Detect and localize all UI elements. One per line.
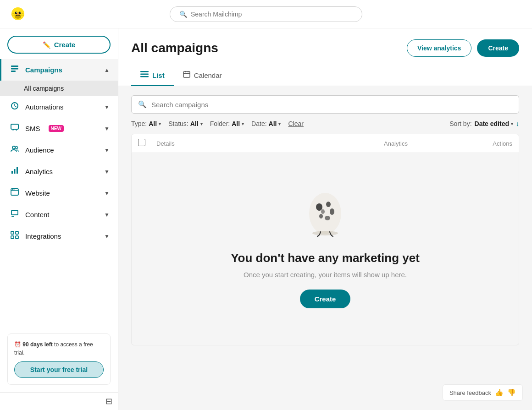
audience-icon <box>10 144 20 156</box>
svg-rect-25 <box>11 231 14 234</box>
status-filter-label: Status: <box>168 120 188 127</box>
sort-direction-icon[interactable]: ↓ <box>516 120 519 127</box>
svg-rect-28 <box>16 236 18 239</box>
select-all-input[interactable] <box>138 139 145 146</box>
svg-point-5 <box>20 12 21 13</box>
date-chevron-icon: ▾ <box>278 121 281 126</box>
view-analytics-button[interactable]: View analytics <box>407 39 471 57</box>
col-actions-header: Actions <box>476 140 512 147</box>
campaigns-search-row[interactable]: 🔍 <box>131 95 519 114</box>
campaigns-search-input[interactable] <box>151 101 512 109</box>
sort-by-button[interactable]: Date edited ▾ <box>475 120 513 127</box>
start-free-trial-button[interactable]: Start your free trial <box>14 361 104 378</box>
analytics-chevron: ▼ <box>104 169 110 175</box>
sidebar-subitem-all-campaigns[interactable]: All campaigns <box>0 81 118 96</box>
tab-calendar-label: Calendar <box>194 71 222 79</box>
list-tab-icon <box>140 71 149 79</box>
trial-clock-icon: ⏰ <box>14 341 21 348</box>
select-all-checkbox[interactable] <box>138 139 153 148</box>
tab-list[interactable]: List <box>131 66 174 86</box>
body-layout: ✏️ Create Campaigns ▲ All <box>0 28 532 410</box>
global-search[interactable]: 🔍 <box>170 6 362 22</box>
empty-state-title: You don't have any marketing yet <box>231 251 420 265</box>
automations-label: Automations <box>25 103 63 111</box>
sidebar-item-campaigns[interactable]: Campaigns ▲ <box>0 59 118 81</box>
svg-point-4 <box>16 12 17 13</box>
folder-filter-value: All <box>232 120 240 127</box>
audience-chevron: ▼ <box>104 147 110 153</box>
search-icon: 🔍 <box>179 11 187 18</box>
empty-state-illustration <box>300 180 350 240</box>
svg-rect-16 <box>11 171 13 174</box>
svg-point-6 <box>17 13 19 15</box>
top-header: 🔍 <box>0 0 532 28</box>
svg-rect-18 <box>17 167 18 174</box>
integrations-chevron: ▼ <box>104 233 110 240</box>
type-filter-value: All <box>149 120 157 127</box>
svg-rect-30 <box>140 74 149 75</box>
pencil-icon: ✏️ <box>43 41 50 49</box>
trial-banner: ⏰ 90 days left to access a free trial. S… <box>7 333 111 385</box>
svg-rect-17 <box>14 169 16 174</box>
campaigns-search-icon: 🔍 <box>138 100 147 109</box>
sidebar-item-analytics[interactable]: Analytics ▼ <box>0 161 118 182</box>
campaigns-chevron: ▲ <box>104 67 110 73</box>
svg-point-42 <box>321 209 325 214</box>
svg-rect-24 <box>11 216 14 217</box>
table-header: Details Analytics Actions <box>131 134 519 153</box>
empty-state-create-button[interactable]: Create <box>300 290 351 308</box>
clear-filters-button[interactable]: Clear <box>288 120 303 127</box>
main-content: All campaigns View analytics Create List <box>118 28 532 410</box>
share-feedback[interactable]: Share feedback 👍 👎 <box>443 384 523 401</box>
sidebar-item-automations[interactable]: Automations ▼ <box>0 96 118 118</box>
svg-point-40 <box>319 214 323 219</box>
col-details-header: Details <box>153 140 316 147</box>
sort-chevron-icon: ▾ <box>511 121 513 126</box>
svg-rect-13 <box>11 124 18 129</box>
empty-state-subtitle: Once you start creating, your items will… <box>244 271 407 279</box>
automations-icon <box>10 101 20 113</box>
folder-chevron-icon: ▾ <box>242 121 244 126</box>
sidebar-item-integrations[interactable]: Integrations ▼ <box>0 225 118 247</box>
sidebar-item-website[interactable]: Website ▼ <box>0 182 118 204</box>
content-icon <box>10 209 20 220</box>
date-filter[interactable]: Date: All ▾ <box>251 120 281 127</box>
audience-label: Audience <box>25 146 54 154</box>
folder-filter[interactable]: Folder: All ▾ <box>210 120 244 127</box>
status-filter[interactable]: Status: All ▾ <box>168 120 202 127</box>
svg-point-43 <box>312 231 338 235</box>
website-chevron: ▼ <box>104 190 110 197</box>
sidebar-collapse-button[interactable]: ⊟ <box>105 396 112 406</box>
type-filter[interactable]: Type: All ▾ <box>131 120 161 127</box>
date-filter-label: Date: <box>251 120 266 127</box>
sidebar-item-content[interactable]: Content ▼ <box>0 204 118 225</box>
mailchimp-logo[interactable] <box>9 5 27 23</box>
svg-rect-32 <box>183 71 190 77</box>
sort-area: Sort by: Date edited ▾ ↓ <box>449 120 519 127</box>
sidebar-item-audience[interactable]: Audience ▼ <box>0 139 118 161</box>
type-chevron-icon: ▾ <box>159 121 161 126</box>
page-title: All campaigns <box>131 41 218 55</box>
folder-filter-label: Folder: <box>210 120 230 127</box>
nav-item-left-campaigns: Campaigns <box>10 64 62 76</box>
svg-rect-31 <box>140 76 149 77</box>
thumbs-down-icon[interactable]: 👎 <box>507 388 516 397</box>
calendar-tab-icon <box>183 71 190 80</box>
tabs: List Calendar <box>118 66 532 86</box>
sms-new-badge: New <box>49 125 64 132</box>
svg-rect-27 <box>11 236 14 239</box>
integrations-icon <box>10 230 20 242</box>
create-campaign-button[interactable]: Create <box>477 39 519 57</box>
sidebar-create-button[interactable]: ✏️ Create <box>7 36 111 54</box>
tab-calendar[interactable]: Calendar <box>174 66 231 86</box>
svg-rect-11 <box>11 71 16 72</box>
sms-label: SMS <box>25 125 40 132</box>
sidebar-item-sms[interactable]: SMS New ▼ <box>0 118 118 139</box>
thumbs-up-icon[interactable]: 👍 <box>495 388 504 397</box>
global-search-input[interactable] <box>191 11 353 18</box>
share-feedback-label: Share feedback <box>449 389 491 396</box>
status-filter-value: All <box>190 120 199 127</box>
svg-rect-9 <box>11 66 18 67</box>
empty-state: You don't have any marketing yet Once yo… <box>131 153 519 345</box>
analytics-label: Analytics <box>25 168 53 175</box>
